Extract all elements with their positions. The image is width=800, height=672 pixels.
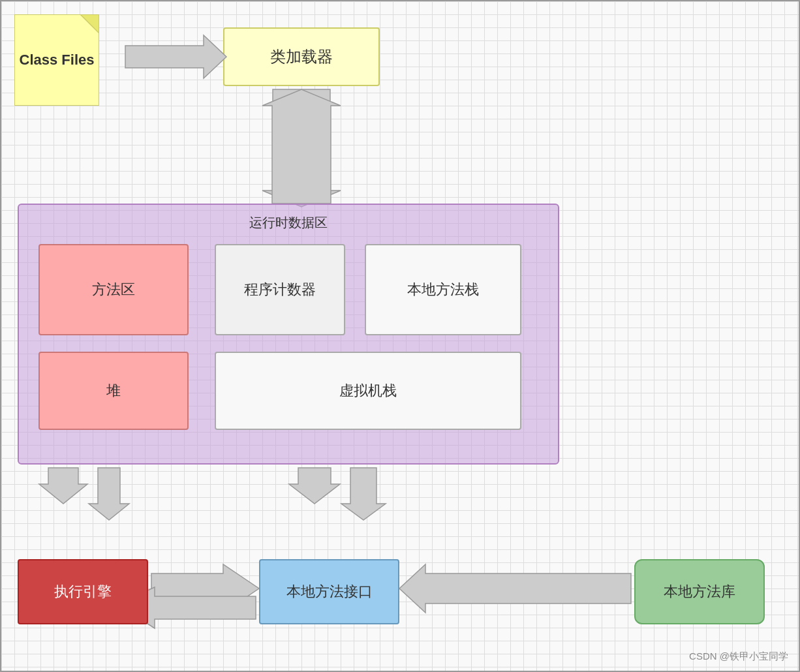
watermark: CSDN @铁甲小宝同学 <box>689 650 788 663</box>
arrow-up-center <box>289 468 340 504</box>
jvm-stack-box: 虚拟机栈 <box>215 352 521 430</box>
diagram-canvas: Class Files 类加载器 <box>0 0 800 672</box>
arrow-engine-to-interface <box>151 564 259 613</box>
runtime-area: 运行时数据区 方法区 堆 程序计数器 本地方法栈 虚拟机栈 <box>18 204 559 465</box>
class-files-label: Class Files <box>20 51 95 70</box>
arrow-classfiles-to-loader <box>125 35 226 78</box>
arrow-runtime-up <box>262 89 341 204</box>
native-method-stack-label: 本地方法栈 <box>407 280 479 299</box>
arrow-down-left <box>89 468 129 520</box>
method-area-label: 方法区 <box>92 280 135 299</box>
execution-engine-label: 执行引擎 <box>54 582 112 602</box>
arrow-lib-to-interface <box>399 564 631 613</box>
class-loader-box: 类加载器 <box>223 27 380 86</box>
pc-register-label: 程序计数器 <box>244 280 316 299</box>
class-loader-label: 类加载器 <box>270 46 333 67</box>
native-lib-label: 本地方法库 <box>664 582 735 602</box>
class-files-note: Class Files <box>14 14 99 106</box>
method-area-box: 方法区 <box>38 244 189 335</box>
native-lib-box: 本地方法库 <box>634 559 765 624</box>
pc-register-box: 程序计数器 <box>215 244 345 335</box>
native-method-stack-box: 本地方法栈 <box>365 244 521 335</box>
native-interface-box: 本地方法接口 <box>259 559 399 624</box>
arrow-loader-down <box>262 89 341 207</box>
jvm-stack-label: 虚拟机栈 <box>339 381 397 401</box>
execution-engine-box: 执行引擎 <box>18 559 148 624</box>
native-interface-label: 本地方法接口 <box>286 582 373 602</box>
heap-label: 堆 <box>106 381 121 401</box>
runtime-label: 运行时数据区 <box>19 214 558 232</box>
heap-box: 堆 <box>38 352 189 430</box>
arrow-down-center <box>341 468 386 520</box>
arrow-up-left <box>39 468 87 504</box>
